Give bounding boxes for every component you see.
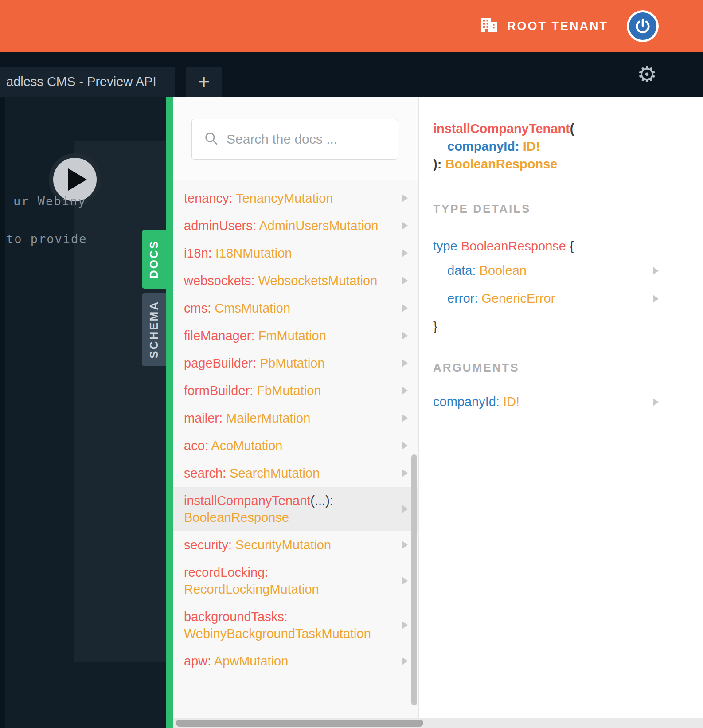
search-icon (203, 131, 219, 148)
chevron-right-icon (402, 387, 408, 395)
docs-panel: tenancy: TenancyMutationadminUsers: Admi… (173, 97, 419, 728)
argument-row-companyid[interactable]: companyId: ID! (433, 388, 703, 416)
type-name: I18NMutation (215, 246, 292, 260)
type-name: CmsMutation (215, 301, 290, 315)
field-name: search (184, 466, 223, 480)
app-header: ROOT TENANT (0, 0, 703, 52)
field-name: aco (184, 438, 205, 453)
type-name: WebsocketsMutation (258, 274, 378, 288)
docs-resize-handle[interactable] (166, 97, 173, 728)
chevron-right-icon (402, 414, 408, 422)
docs-list: tenancy: TenancyMutationadminUsers: Admi… (173, 181, 418, 675)
docs-list-item[interactable]: adminUsers: AdminUsersMutation (173, 212, 418, 239)
field-name: i18n (184, 246, 208, 260)
docs-vertical-scrollbar[interactable] (411, 454, 417, 705)
type-details-heading: TYPE DETAILS (433, 202, 703, 216)
type-name: RecordLockingMutation (184, 582, 319, 596)
docs-list-item[interactable]: apw: ApwMutation (173, 647, 418, 675)
tab-headless-cms-preview-api[interactable]: adless CMS - Preview API (0, 67, 175, 97)
docs-list-item[interactable]: websockets: WebsocketsMutation (173, 267, 418, 294)
docs-list-item[interactable]: formBuilder: FbMutation (173, 377, 418, 404)
field-name: backgroundTasks (184, 610, 284, 624)
docs-list-item[interactable]: cms: CmsMutation (173, 294, 418, 322)
query-editor[interactable]: ur Webiny to provide (0, 97, 166, 728)
editor-inner-panel (74, 141, 166, 662)
docs-list-item[interactable]: pageBuilder: PbMutation (173, 349, 418, 377)
building-icon (480, 17, 498, 36)
chevron-right-icon (402, 222, 408, 230)
chevron-right-icon (402, 442, 408, 450)
graphql-playground: ROOT TENANT adless CMS - Preview API + ⚙ (0, 0, 703, 728)
editor-code-line: ur Webiny (13, 194, 86, 208)
type-name: AcoMutation (211, 438, 282, 453)
field-name: formBuilder (184, 384, 250, 398)
field-name: websockets (184, 274, 251, 288)
docs-search-area (173, 97, 418, 180)
type-name: ApwMutation (214, 654, 289, 668)
new-tab-button[interactable]: + (186, 67, 222, 97)
chevron-right-icon (402, 541, 408, 549)
type-name: PbMutation (260, 356, 325, 370)
playground-main: ur Webiny to provide DOCS SCHEMA (0, 97, 703, 728)
editor-gutter (0, 97, 5, 728)
field-detail-panel: installCompanyTenant( companyId: ID! ): … (419, 97, 703, 728)
type-name: TenancyMutation (236, 191, 333, 205)
schema-tab[interactable]: SCHEMA (142, 293, 166, 366)
tab-title: adless CMS - Preview API (6, 74, 156, 89)
schema-tab-label: SCHEMA (147, 301, 161, 359)
field-name: cms (184, 301, 207, 315)
type-name: AdminUsersMutation (259, 219, 378, 233)
field-name: tenancy (184, 191, 229, 205)
chevron-right-icon (402, 469, 408, 477)
type-field-row-data[interactable]: data: Boolean (447, 257, 703, 285)
tenant-selector[interactable]: ROOT TENANT (480, 17, 608, 36)
chevron-right-icon (402, 249, 408, 257)
chevron-right-icon (402, 577, 408, 585)
type-field-row-error[interactable]: error: GenericError (447, 285, 703, 313)
docs-list-item[interactable]: search: SearchMutation (173, 459, 418, 487)
field-name: installCompanyTenant (184, 493, 310, 508)
chevron-right-icon (653, 295, 659, 303)
chevron-right-icon (402, 657, 408, 665)
docs-list-item[interactable]: installCompanyTenant(...):BooleanRespons… (173, 487, 418, 531)
chevron-right-icon (653, 398, 659, 406)
playground-tab-bar: adless CMS - Preview API + ⚙ (0, 52, 703, 97)
docs-list-item[interactable]: fileManager: FmMutation (173, 322, 418, 349)
editor-code-line: to provide (6, 232, 87, 246)
docs-list-item[interactable]: mailer: MailerMutation (173, 404, 418, 432)
power-icon (629, 12, 656, 40)
chevron-right-icon (402, 332, 408, 340)
docs-list-item[interactable]: backgroundTasks:WebinyBackgroundTaskMuta… (173, 603, 418, 647)
chevron-right-icon (402, 304, 408, 312)
docs-tab[interactable]: DOCS (142, 230, 166, 289)
play-icon (68, 168, 87, 191)
type-name: BooleanResponse (461, 239, 566, 253)
signature-arg-type: ID! (523, 139, 540, 153)
arguments-heading: ARGUMENTS (433, 361, 703, 375)
chevron-right-icon (402, 621, 408, 629)
settings-gear-icon[interactable]: ⚙ (637, 63, 657, 86)
signature-return-type: BooleanResponse (445, 157, 557, 171)
tenant-label: ROOT TENANT (507, 20, 608, 33)
signature-field-name: installCompanyTenant (433, 121, 570, 136)
type-definition-line: type BooleanResponse { (433, 237, 703, 255)
docs-list-item[interactable]: aco: AcoMutation (173, 432, 418, 459)
field-name: security (184, 538, 228, 552)
type-name: MailerMutation (226, 411, 310, 425)
docs-list-item[interactable]: security: SecurityMutation (173, 531, 418, 559)
type-name: SearchMutation (230, 466, 320, 480)
docs-list-item[interactable]: i18n: I18NMutation (173, 239, 418, 267)
field-name: adminUsers (184, 219, 253, 233)
docs-list-item[interactable]: tenancy: TenancyMutation (173, 184, 418, 212)
avatar[interactable] (627, 10, 659, 42)
field-name: apw (184, 654, 207, 668)
docs-list-item[interactable]: recordLocking:RecordLockingMutation (173, 559, 418, 603)
signature-arg-name: companyId: (447, 139, 519, 153)
field-name: fileManager (184, 329, 251, 343)
type-name: SecurityMutation (235, 538, 331, 552)
docs-search-input[interactable] (227, 132, 389, 147)
docs-search[interactable] (191, 119, 398, 160)
type-keyword: type (433, 239, 457, 253)
horizontal-scrollbar-thumb[interactable] (176, 720, 423, 727)
horizontal-scrollbar[interactable] (173, 718, 703, 728)
